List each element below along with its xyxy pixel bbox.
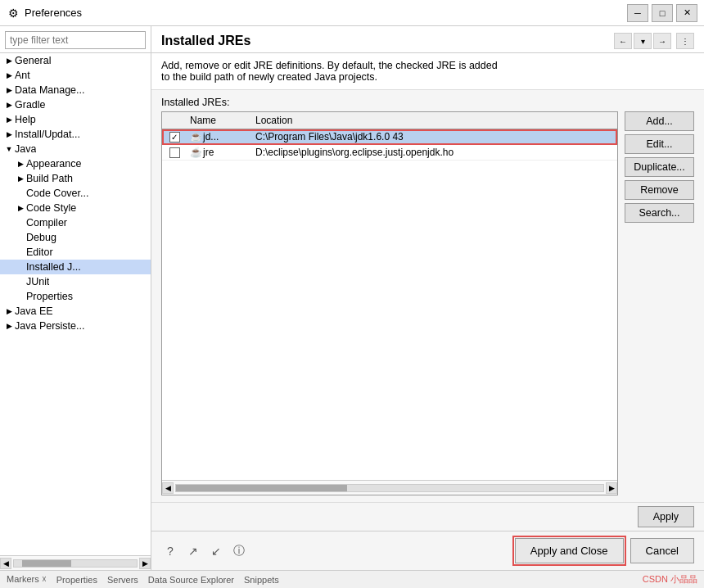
sidebar-item-label: Compiler [26, 217, 67, 228]
sidebar-item-label: Properties [26, 291, 73, 302]
arrow-icon: ▼ [3, 143, 15, 155]
sidebar-item-label: Code Style [26, 202, 76, 214]
taskbar-markers-label: Markers ☓ [7, 574, 47, 585]
sidebar-item-properties[interactable]: ▶ Properties [0, 289, 151, 304]
sidebar-item-appearance[interactable]: ▶ Appearance [0, 156, 151, 171]
arrow-icon: ▶ [3, 129, 15, 140]
add-button[interactable]: Add... [625, 111, 694, 131]
bottom-area: Apply ? ↗ ↙ ⓘ Apply and Close Cancel [151, 502, 704, 570]
jres-table-body: ☕ jd... C:\Program Files\Java\jdk1.6.0 4… [162, 129, 617, 480]
footer-icons: ? ↗ ↙ ⓘ [161, 542, 248, 560]
sidebar-item-gradle[interactable]: ▶ Gradle [0, 97, 151, 112]
cancel-button[interactable]: Cancel [630, 538, 694, 563]
edit-button[interactable]: Edit... [625, 134, 694, 154]
apply-row: Apply [151, 502, 704, 531]
sidebar-item-data-management[interactable]: ▶ Data Manage... [0, 83, 151, 97]
sidebar-item-general[interactable]: ▶ General [0, 53, 151, 68]
taskbar-markers[interactable]: Markers ☓ [7, 574, 47, 585]
sidebar-item-build-path[interactable]: ▶ Build Path [0, 171, 151, 186]
apply-button[interactable]: Apply [638, 506, 694, 527]
sidebar-item-junit[interactable]: ▶ JUnit [0, 274, 151, 289]
sidebar-item-installed-jres[interactable]: ▶ Installed J... [0, 260, 151, 274]
sidebar-item-label: Java Persiste... [15, 320, 84, 332]
sidebar-item-label: Code Cover... [26, 188, 88, 199]
scroll-thumb [176, 485, 347, 491]
table-row[interactable]: ☕ jd... C:\Program Files\Java\jdk1.6.0 4… [162, 129, 617, 145]
sidebar-item-code-coverage[interactable]: ▶ Code Cover... [0, 186, 151, 201]
jres-action-buttons: Add... Edit... Duplicate... Remove Searc… [625, 111, 694, 495]
nav-back-button[interactable]: ← [614, 33, 632, 49]
description-text: Add, remove or edit JRE definitions. By … [151, 53, 704, 90]
jre-name-cell: ☕ jd... [187, 131, 252, 142]
jre-checkbox[interactable] [162, 147, 187, 158]
sidebar: ▶ General ▶ Ant ▶ Data Manage... [0, 26, 151, 570]
taskbar-snippets[interactable]: Snippets [244, 575, 279, 585]
duplicate-button[interactable]: Duplicate... [625, 157, 694, 177]
sidebar-item-compiler[interactable]: ▶ Compiler [0, 215, 151, 230]
sidebar-item-ant[interactable]: ▶ Ant [0, 68, 151, 83]
taskbar-datasource[interactable]: Data Source Explorer [148, 575, 234, 585]
main-content: ▶ General ▶ Ant ▶ Data Manage... [0, 26, 704, 570]
scroll-h-thumb [22, 560, 71, 567]
sidebar-item-label: Install/Updat... [15, 129, 80, 140]
arrow-icon: ▶ [3, 305, 15, 317]
scroll-left-btn[interactable]: ◀ [162, 482, 174, 494]
jre-location-cell: C:\Program Files\Java\jdk1.6.0 43 [252, 131, 617, 142]
nav-dropdown-button[interactable]: ▾ [634, 33, 652, 49]
scroll-h-track[interactable] [13, 559, 138, 568]
help-icon[interactable]: ? [161, 542, 179, 560]
jre-name-text: jre [203, 147, 214, 158]
import-icon[interactable]: ↙ [207, 542, 225, 560]
sidebar-horizontal-scrollbar[interactable]: ◀ ▶ [0, 555, 151, 570]
sidebar-item-editor[interactable]: ▶ Editor [0, 245, 151, 260]
col-name-header: Name [187, 115, 252, 126]
sidebar-item-label: Ant [15, 70, 30, 81]
app-icon: ⚙ [7, 7, 20, 20]
nav-forward-button[interactable]: → [653, 33, 671, 49]
apply-and-close-button[interactable]: Apply and Close [515, 538, 624, 563]
taskbar-snippets-label: Snippets [244, 575, 279, 585]
scroll-right-btn[interactable]: ▶ [139, 558, 151, 569]
jres-container: Name Location ☕ [161, 111, 694, 495]
jres-table-header: Name Location [162, 112, 617, 129]
sidebar-item-label: JUnit [26, 276, 49, 287]
scroll-right-btn[interactable]: ▶ [606, 482, 617, 494]
jres-table: Name Location ☕ [161, 111, 618, 495]
remove-button[interactable]: Remove [625, 180, 694, 200]
filter-input[interactable] [5, 31, 146, 49]
taskbar-servers[interactable]: Servers [107, 575, 138, 585]
sidebar-item-debug[interactable]: ▶ Debug [0, 230, 151, 245]
maximize-button[interactable]: □ [652, 4, 673, 22]
taskbar-servers-label: Servers [107, 575, 138, 585]
sidebar-item-code-style[interactable]: ▶ Code Style [0, 201, 151, 215]
export-icon[interactable]: ↗ [184, 542, 202, 560]
close-button[interactable]: ✕ [676, 4, 697, 22]
sidebar-item-java-ee[interactable]: ▶ Java EE [0, 304, 151, 319]
scroll-left-btn[interactable]: ◀ [0, 558, 11, 569]
taskbar-properties-label: Properties [56, 575, 97, 585]
dialog-title: Preferences [25, 7, 627, 19]
table-row[interactable]: ☕ jre D:\eclipse\plugins\org.eclipse.jus… [162, 145, 617, 161]
taskbar-properties[interactable]: Properties [56, 575, 97, 585]
info-icon[interactable]: ⓘ [230, 542, 248, 560]
taskbar-hint: Markers ☓ Properties Servers Data Source… [0, 570, 704, 588]
sidebar-item-java-persistence[interactable]: ▶ Java Persiste... [0, 319, 151, 333]
jre-location-cell: D:\eclipse\plugins\org.eclipse.justj.ope… [252, 147, 617, 158]
arrow-icon: ▶ [3, 84, 15, 96]
sidebar-item-label: General [15, 55, 51, 66]
scroll-track[interactable] [175, 484, 604, 492]
sidebar-item-java[interactable]: ▼ Java [0, 142, 151, 156]
jre-checkbox[interactable] [162, 132, 187, 142]
search-button[interactable]: Search... [625, 203, 694, 223]
filter-box [0, 26, 151, 53]
watermark: CSDN 小晶晶 [643, 573, 697, 586]
checkbox[interactable] [169, 132, 180, 142]
sidebar-item-help[interactable]: ▶ Help [0, 112, 151, 127]
arrow-icon: ▶ [15, 202, 26, 214]
jre-icon: ☕ [190, 147, 201, 158]
sidebar-item-install-update[interactable]: ▶ Install/Updat... [0, 127, 151, 142]
nav-options-button[interactable]: ⋮ [676, 33, 694, 49]
checkbox[interactable] [169, 147, 180, 158]
jres-horizontal-scrollbar[interactable]: ◀ ▶ [162, 480, 617, 495]
minimize-button[interactable]: ─ [627, 4, 648, 22]
